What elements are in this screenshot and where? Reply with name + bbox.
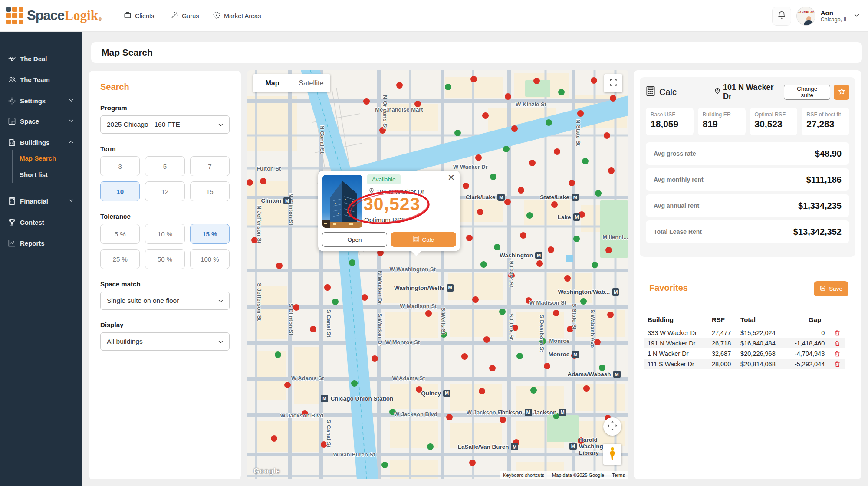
pegman-control[interactable] <box>603 444 621 465</box>
space-match-select[interactable]: Single suite on one floor <box>100 292 230 310</box>
building-marker-red[interactable] <box>591 77 597 84</box>
building-marker-red[interactable] <box>604 132 610 139</box>
map-canvas[interactable]: W Kinzie StMerchandise MartN Orleans StN… <box>247 70 628 479</box>
term-option-3[interactable]: 3 <box>100 156 140 176</box>
display-select[interactable]: All buildings <box>100 332 230 351</box>
program-select[interactable]: 2025 Chicago - 160 FTE <box>100 115 230 134</box>
building-marker-green[interactable] <box>530 387 537 394</box>
nav-item-market-areas[interactable]: Market Areas <box>213 0 261 32</box>
tolerance-option-10%[interactable]: 10 % <box>145 224 184 244</box>
save-button[interactable]: Save <box>814 281 848 296</box>
building-marker-green[interactable] <box>499 309 506 315</box>
sidebar-item-the-team[interactable]: The Team <box>0 72 82 87</box>
fullscreen-button[interactable] <box>604 74 622 92</box>
building-marker-green[interactable] <box>516 353 523 359</box>
tolerance-option-50%[interactable]: 50 % <box>145 249 184 269</box>
building-marker-green[interactable] <box>503 146 510 152</box>
sidebar-item-contest[interactable]: Contest <box>0 215 82 230</box>
building-marker-red[interactable] <box>482 112 489 119</box>
building-marker-red[interactable] <box>511 125 518 132</box>
building-marker-green[interactable] <box>558 89 565 95</box>
tolerance-option-5%[interactable]: 5 % <box>100 224 140 244</box>
notifications-button[interactable] <box>772 7 791 26</box>
right-panel: Calc 101 N Wacker Dr Change suite Base U… <box>634 70 861 479</box>
favorite-star-button[interactable] <box>834 85 849 100</box>
building-marker-green[interactable] <box>582 158 589 164</box>
term-option-15[interactable]: 15 <box>190 181 230 201</box>
term-option-12[interactable]: 12 <box>145 181 184 201</box>
trash-icon[interactable] <box>834 340 843 347</box>
tolerance-option-25%[interactable]: 25 % <box>100 249 140 269</box>
street-label: S Wells St <box>440 307 447 335</box>
nav-item-gurus[interactable]: Gurus <box>171 0 199 32</box>
chevron-down-icon[interactable] <box>853 12 860 20</box>
building-marker-green[interactable] <box>351 380 358 387</box>
nav-item-clients[interactable]: Clients <box>124 0 154 32</box>
popup-calc-button[interactable]: Calc <box>391 232 456 247</box>
chevron-up-icon <box>68 139 74 146</box>
building-marker-green[interactable] <box>275 351 281 358</box>
close-icon[interactable]: ✕ <box>447 172 455 183</box>
term-option-5[interactable]: 5 <box>145 156 184 176</box>
street-label: N Wacker Dr <box>377 271 383 304</box>
sidebar-subitem-map-search[interactable]: Map Search <box>13 150 77 166</box>
building-marker-green[interactable] <box>381 462 388 468</box>
building-marker-red[interactable] <box>475 154 482 161</box>
building-marker-red[interactable] <box>610 95 616 102</box>
building-marker-red[interactable] <box>477 209 483 215</box>
keyboard-shortcuts-link[interactable]: Keyboard shortcuts <box>503 473 544 478</box>
term-option-10[interactable]: 10 <box>100 181 140 201</box>
building-marker-green[interactable] <box>599 364 605 371</box>
building-marker-red[interactable] <box>551 201 558 208</box>
trash-icon[interactable] <box>834 350 843 357</box>
fav-building: 111 S Wacker Dr <box>644 359 708 369</box>
street-label: S Wabash Ave <box>589 309 596 348</box>
trash-icon[interactable] <box>834 361 843 368</box>
building-marker-red[interactable] <box>529 160 536 166</box>
building-marker-red[interactable] <box>536 260 543 267</box>
map-type-satellite[interactable]: Satellite <box>292 74 330 92</box>
building-marker-red[interactable] <box>520 232 526 239</box>
avatar[interactable]: VANDELAY <box>796 7 815 26</box>
map-type-map[interactable]: Map <box>253 74 292 92</box>
building-marker-red[interactable] <box>463 183 469 189</box>
spacelogik-logo[interactable]: SpaceLogik® <box>6 7 102 24</box>
tolerance-option-100%[interactable]: 100 % <box>190 249 230 269</box>
sidebar-item-settings[interactable]: Settings <box>0 93 82 108</box>
trash-icon[interactable] <box>834 329 843 336</box>
tolerance-option-15%[interactable]: 15 % <box>190 224 230 244</box>
building-marker-red[interactable] <box>553 310 559 316</box>
sidebar-item-buildings[interactable]: Buildings <box>0 135 82 150</box>
calc-row-total-lease-rent: Total Lease Rent$13,342,352 <box>646 220 849 243</box>
terms-link[interactable]: Terms <box>612 473 625 478</box>
sidebar-item-the-deal[interactable]: The Deal <box>0 51 82 66</box>
building-marker-green[interactable] <box>445 84 451 90</box>
building-marker-green[interactable] <box>427 443 434 450</box>
building-marker-green[interactable] <box>454 130 461 136</box>
sidebar-subitem-short-list[interactable]: Short list <box>13 166 77 183</box>
building-marker-red[interactable] <box>533 78 540 84</box>
sidebar-item-financial[interactable]: Financial <box>0 194 82 208</box>
building-marker-red[interactable] <box>608 167 615 174</box>
building-marker-red[interactable] <box>564 275 571 282</box>
open-button[interactable]: Open <box>322 232 387 247</box>
street-label: W Kinzie St <box>516 101 546 108</box>
building-marker-red[interactable] <box>505 93 511 100</box>
change-suite-button[interactable]: Change suite <box>784 85 830 100</box>
sidebar-item-space[interactable]: Space <box>0 114 82 128</box>
building-marker-green[interactable] <box>494 244 500 250</box>
pan-control[interactable] <box>603 417 621 436</box>
building-marker-green[interactable] <box>595 190 602 197</box>
term-option-7[interactable]: 7 <box>190 156 230 176</box>
building-marker-red[interactable] <box>363 98 370 105</box>
metro-icon: M <box>443 390 450 397</box>
building-marker-red[interactable] <box>489 365 496 371</box>
building-marker-red[interactable] <box>472 296 479 303</box>
building-marker-red[interactable] <box>548 246 554 253</box>
building-marker-green[interactable] <box>573 236 580 242</box>
metro-station-label: JacksonM <box>533 409 566 416</box>
sidebar-item-reports[interactable]: Reports <box>0 236 82 250</box>
building-marker-red[interactable] <box>470 76 477 82</box>
street-label: S Clinton St <box>288 303 294 335</box>
building-marker-green[interactable] <box>546 119 552 126</box>
